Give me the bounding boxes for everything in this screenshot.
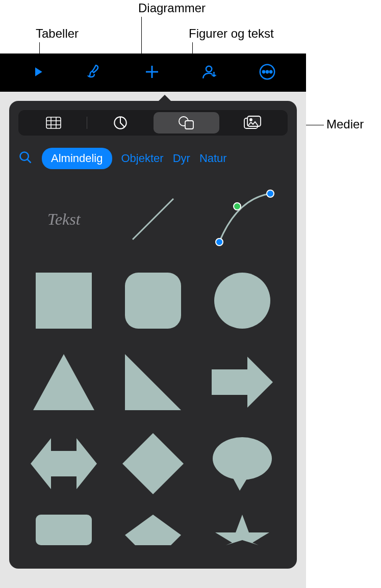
svg-point-4 [266,70,268,72]
svg-point-20 [216,238,223,246]
svg-line-18 [28,159,31,163]
category-row: Almindelig Objekter Dyr Natur [9,136,297,178]
format-brush-icon[interactable] [86,63,103,83]
svg-point-31 [213,437,272,480]
svg-point-25 [214,273,270,329]
svg-marker-29 [31,438,97,489]
shape-pentagon[interactable] [114,515,193,545]
svg-marker-32 [232,474,250,491]
svg-point-17 [20,152,29,161]
insert-plus-icon[interactable] [143,63,161,83]
svg-point-5 [270,70,272,72]
svg-point-22 [267,190,274,197]
tab-shapes[interactable] [154,112,220,133]
search-icon[interactable] [18,150,33,167]
shape-double-arrow[interactable] [24,433,104,494]
svg-rect-13 [185,121,193,129]
shape-speech-bubble[interactable] [202,433,282,494]
tab-tables[interactable] [20,112,87,133]
svg-rect-24 [125,273,181,329]
svg-marker-34 [125,515,181,545]
svg-marker-26 [33,354,94,410]
category-animals[interactable]: Dyr [173,152,190,165]
shape-right-triangle[interactable] [114,352,193,413]
svg-point-3 [263,70,265,72]
svg-marker-27 [125,354,181,410]
play-icon[interactable] [30,64,45,82]
insert-popover: Almindelig Objekter Dyr Natur Tekst [9,101,297,569]
svg-rect-15 [247,116,261,126]
shape-star[interactable] [202,515,282,545]
callout-shapes-text: Figurer og tekst [189,26,274,41]
collaborate-icon[interactable] [201,63,218,83]
svg-marker-30 [122,433,184,494]
svg-point-16 [250,119,252,121]
svg-point-21 [234,203,241,210]
more-icon[interactable] [259,63,276,83]
tab-charts[interactable] [87,112,154,133]
svg-marker-28 [212,357,273,408]
svg-line-19 [133,199,173,239]
category-basic[interactable]: Almindelig [42,148,112,169]
shapes-grid: Tekst [9,178,297,555]
callout-media: Medier [326,117,364,131]
svg-rect-6 [46,117,61,128]
svg-marker-35 [215,515,269,545]
shape-curve[interactable] [202,189,282,250]
shape-callout-box[interactable] [24,515,104,545]
category-nature[interactable]: Natur [199,152,227,165]
shape-rounded-square[interactable] [114,270,193,331]
shape-triangle[interactable] [24,352,104,413]
shape-diamond[interactable] [114,433,193,494]
text-shape-label: Tekst [47,210,81,229]
shape-line[interactable] [114,189,193,250]
callout-tables: Tabeller [36,26,79,41]
category-objects[interactable]: Objekter [121,152,164,165]
tab-media[interactable] [219,112,286,133]
shape-arrow-right[interactable] [202,352,282,413]
svg-rect-23 [36,273,92,329]
svg-point-1 [213,74,215,76]
shape-square[interactable] [24,270,104,331]
callout-charts: Diagrammer [138,1,206,15]
main-toolbar [0,54,306,92]
insert-tab-bar [18,110,288,136]
svg-point-0 [206,66,212,71]
shape-text[interactable]: Tekst [24,189,104,250]
svg-rect-33 [36,515,92,545]
shape-circle[interactable] [202,270,282,331]
